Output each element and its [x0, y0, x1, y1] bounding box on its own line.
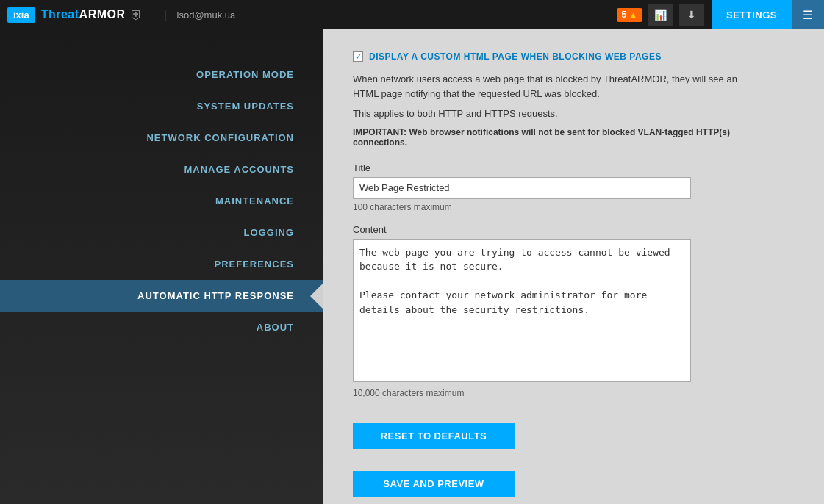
title-group: Title 100 characters maximum — [353, 162, 795, 212]
description-2: This applies to both HTTP and HTTPS requ… — [353, 107, 764, 121]
sidebar-item-network-configuration[interactable]: NETWORK CONFIGURATION — [0, 122, 323, 154]
content-label: Content — [353, 224, 795, 235]
important-note: IMPORTANT: Web browser notifications wil… — [353, 127, 764, 148]
alert-badge[interactable]: 5 ▲ — [617, 8, 642, 22]
title-input[interactable] — [353, 177, 691, 199]
alert-count: 5 — [621, 10, 626, 20]
reset-button[interactable]: RESET TO DEFAULTS — [353, 423, 515, 449]
warning-icon: ▲ — [628, 10, 638, 21]
custom-html-checkbox[interactable] — [353, 51, 363, 62]
sidebar-item-maintenance[interactable]: MAINTENANCE — [0, 185, 323, 217]
user-email: lsod@muk.ua — [165, 10, 247, 21]
save-preview-button[interactable]: SAVE AND PREVIEW — [353, 471, 515, 497]
sidebar-item-system-updates[interactable]: SYSTEM UPDATES — [0, 90, 323, 122]
sidebar-item-automatic-http-response[interactable]: AUTOMATIC HTTP RESPONSE — [0, 280, 323, 312]
description-1: When network users access a web page tha… — [353, 72, 764, 101]
settings-button[interactable]: SETTINGS — [712, 0, 792, 29]
brand-name: ThreatARMOR — [41, 8, 126, 21]
logo-area: ixia ThreatARMOR ⛨ — [0, 0, 151, 29]
title-label: Title — [353, 162, 795, 173]
title-char-limit: 100 characters maximum — [353, 202, 795, 212]
hamburger-icon: ☰ — [803, 8, 813, 22]
checkbox-section: DISPLAY A CUSTOM HTML PAGE WHEN BLOCKING… — [353, 51, 795, 62]
chart-icon: 📊 — [654, 9, 667, 21]
main-layout: OPERATION MODESYSTEM UPDATESNETWORK CONF… — [0, 29, 824, 504]
sidebar-item-logging[interactable]: LOGGING — [0, 217, 323, 248]
checkbox-label[interactable]: DISPLAY A CUSTOM HTML PAGE WHEN BLOCKING… — [369, 51, 662, 62]
chart-button[interactable]: 📊 — [648, 4, 673, 26]
app-header: ixia ThreatARMOR ⛨ lsod@muk.ua 5 ▲ 📊 ⬇ S… — [0, 0, 824, 29]
sidebar: OPERATION MODESYSTEM UPDATESNETWORK CONF… — [0, 29, 323, 504]
sidebar-item-manage-accounts[interactable]: MANAGE ACCOUNTS — [0, 154, 323, 185]
sidebar-item-about[interactable]: ABOUT — [0, 312, 323, 343]
content-area: DISPLAY A CUSTOM HTML PAGE WHEN BLOCKING… — [323, 29, 824, 504]
sidebar-item-preferences[interactable]: PREFERENCES — [0, 248, 323, 280]
hamburger-button[interactable]: ☰ — [792, 0, 824, 29]
download-button[interactable]: ⬇ — [679, 4, 704, 26]
alerts-area: 5 ▲ 📊 ⬇ — [609, 4, 712, 26]
content-group: Content 10,000 characters maximum — [353, 224, 795, 398]
ixia-logo: ixia — [7, 7, 35, 23]
shield-icon: ⛨ — [130, 7, 143, 23]
content-textarea[interactable] — [353, 239, 691, 382]
download-icon: ⬇ — [687, 9, 696, 21]
content-char-limit: 10,000 characters maximum — [353, 388, 795, 398]
sidebar-item-operation-mode[interactable]: OPERATION MODE — [0, 59, 323, 90]
